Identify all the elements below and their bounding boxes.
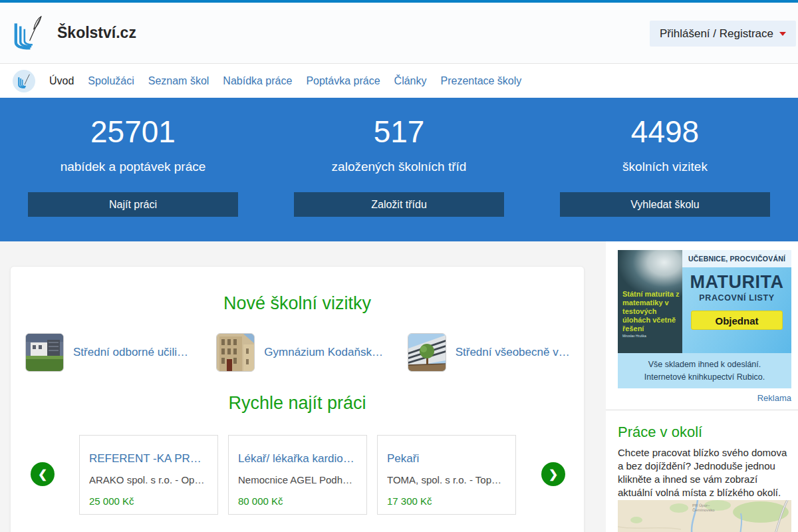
jobs-carousel: ❮ REFERENT -KA PR… ARAKO spol. s r.o. - … [11, 435, 584, 516]
new-school-cards-heading: Nové školní vizitky [11, 293, 584, 314]
stat-schools-count: 4498 [532, 115, 798, 149]
stat-jobs-count: 25701 [0, 115, 266, 149]
stat-schools-label: školních vizitek [532, 160, 798, 174]
ad-order-button[interactable]: Objednat [691, 311, 783, 330]
create-class-button[interactable]: Založit třídu [294, 192, 504, 217]
caret-down-icon [779, 32, 786, 36]
nav-home-logo-icon[interactable] [13, 70, 35, 92]
ad-book-cover-author: Miroslav Hruška [622, 334, 646, 338]
school-photo-2[interactable] [216, 333, 255, 372]
stat-jobs-label: nabídek a poptávek práce [0, 160, 266, 174]
sidebar-divider [606, 410, 798, 410]
stats-band: 25701 nabídek a poptávek práce Najít prá… [0, 98, 798, 241]
job-card-3[interactable]: Pekaři TOMA, spol. s r.o. - Topolná 17 3… [377, 435, 516, 515]
school-card-1[interactable]: Střední odborné učiliš… [11, 333, 201, 372]
find-job-button[interactable]: Najít práci [28, 192, 238, 217]
ad-book-cover-title: Státní maturita z matematiky v testových… [622, 290, 680, 333]
map-area-label-line2: Černínovsko [692, 508, 715, 512]
job-company: Nemocnice AGEL Podhorsk… [238, 474, 357, 485]
brand-logo-link[interactable]: Školství.cz [11, 13, 136, 52]
search-school-button[interactable]: Vyhledat školu [560, 192, 770, 217]
nav-item-nabidka-prace[interactable]: Nabídka práce [223, 75, 292, 87]
main-content-card: Nové školní vizitky Střední odbo [10, 266, 585, 532]
chevron-left-icon: ❮ [38, 467, 47, 481]
stat-jobs-column: 25701 nabídek a poptávek práce Najít prá… [0, 98, 266, 241]
ad-footer-line2: Internetové knihkupectví Rubico. [644, 371, 765, 383]
map-image: Slaný PR Úpor– Černínovsko [618, 500, 791, 532]
nav-item-seznam-skol[interactable]: Seznam škol [148, 75, 209, 87]
job-salary: 17 300 Kč [387, 495, 506, 507]
school-card-2[interactable]: Gymnázium Kodaňsk… [201, 333, 392, 372]
ad-footer-line1: Vše skladem ihned k odeslání. [648, 358, 761, 370]
chevron-right-icon: ❯ [549, 467, 558, 481]
ad-book-cover: Státní maturita z matematiky v testových… [618, 250, 682, 353]
ad-title: MATURITA [690, 273, 784, 291]
job-salary: 80 000 Kč [238, 495, 357, 507]
nav-item-clanky[interactable]: Články [394, 75, 427, 87]
nav-item-prezentace-skoly[interactable]: Prezentace školy [440, 75, 521, 87]
jobs-nearby-heading: Práce v okolí [618, 424, 702, 441]
ad-subtitle: PRACOVNÍ LISTY [699, 293, 774, 303]
ad-right-section: UČEBNICE, PROCVIČOVÁNÍ MATURITA PRACOVNÍ… [682, 250, 791, 353]
stat-classes-column: 517 založených školních tříd Založit tří… [266, 98, 532, 241]
login-register-button[interactable]: Přihlášení / Registrace [650, 21, 796, 47]
job-title-link[interactable]: REFERENT -KA PR… [89, 452, 208, 466]
nav-item-poptavka-prace[interactable]: Poptávka práce [306, 75, 380, 87]
book-quill-logo-icon-small [17, 73, 31, 89]
site-title: Školství.cz [57, 24, 136, 42]
job-title-link[interactable]: Pekaři [387, 452, 506, 466]
school-card-3[interactable]: Střední všeobecně vz… [393, 333, 584, 372]
main-navigation: Úvod Spolužáci Seznam škol Nabídka práce… [0, 64, 798, 98]
ad-top-section: Státní maturita z matematiky v testových… [618, 250, 791, 353]
ad-top-label: UČEBNICE, PROCVIČOVÁNÍ [682, 250, 791, 267]
stat-classes-count: 517 [266, 115, 532, 149]
job-salary: 25 000 Kč [89, 495, 208, 507]
nav-item-spoluzaci[interactable]: Spolužáci [88, 75, 134, 87]
job-company: ARAKO spol. s r.o. - Opava [89, 474, 208, 485]
carousel-next-button[interactable]: ❯ [541, 462, 565, 486]
stat-schools-column: 4498 školních vizitek Vyhledat školu [532, 98, 798, 241]
quick-jobs-heading: Rychle najít práci [11, 393, 584, 414]
header: Školství.cz Přihlášení / Registrace [0, 3, 798, 64]
sidebar: Státní maturita z matematiky v testových… [606, 241, 798, 532]
login-register-label: Přihlášení / Registrace [660, 27, 773, 41]
school-link-1[interactable]: Střední odborné učiliš… [73, 346, 201, 359]
carousel-prev-button[interactable]: ❮ [31, 462, 55, 486]
jobs-nearby-map[interactable]: Slaný PR Úpor– Černínovsko [618, 500, 791, 532]
stat-classes-label: založených školních tříd [266, 160, 532, 174]
map-area-label-line1: PR Úpor– [692, 503, 710, 507]
ad-main-area: MATURITA PRACOVNÍ LISTY Objednat [682, 267, 791, 353]
school-photo-3[interactable] [408, 333, 446, 372]
school-link-3[interactable]: Střední všeobecně vz… [456, 346, 584, 359]
ad-disclosure-link[interactable]: Reklama [757, 393, 791, 403]
advertisement-banner[interactable]: Státní maturita z matematiky v testových… [618, 250, 791, 388]
book-quill-logo-icon [11, 13, 45, 52]
nav-item-uvod[interactable]: Úvod [49, 75, 74, 87]
school-photo-1[interactable] [25, 333, 64, 372]
job-card-2[interactable]: Lékař/ lékařka kardio… Nemocnice AGEL Po… [228, 435, 367, 515]
job-card-1[interactable]: REFERENT -KA PR… ARAKO spol. s r.o. - Op… [79, 435, 218, 515]
school-link-2[interactable]: Gymnázium Kodaňsk… [264, 346, 392, 359]
job-title-link[interactable]: Lékař/ lékařka kardio… [238, 452, 357, 466]
jobs-nearby-text: Chcete pracovat blízko svého domova a be… [618, 446, 793, 499]
school-cards-row: Střední odborné učiliš… [11, 333, 584, 372]
job-company: TOMA, spol. s r.o. - Topolná [387, 474, 506, 485]
ad-footer: Vše skladem ihned k odeslání. Internetov… [618, 353, 791, 388]
